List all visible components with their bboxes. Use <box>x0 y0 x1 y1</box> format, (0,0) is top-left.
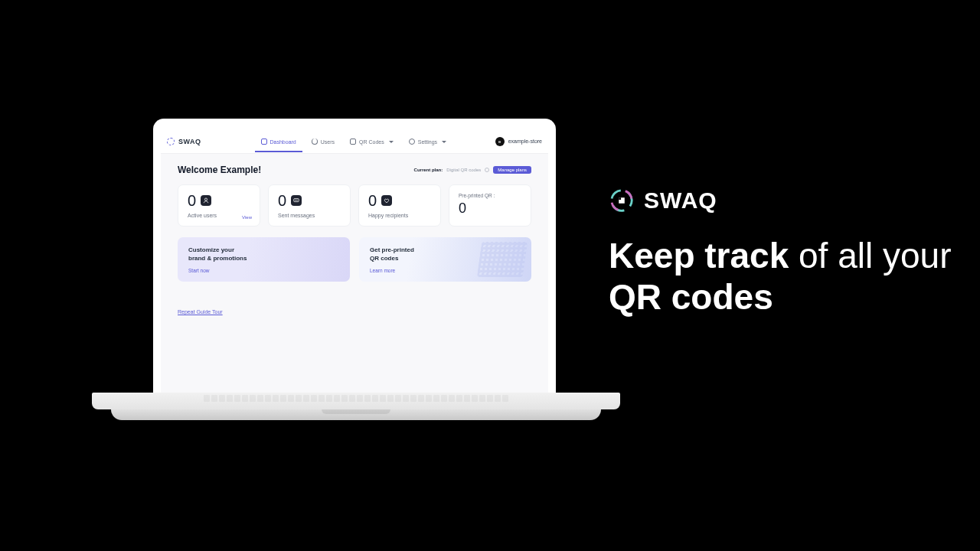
gear-icon <box>409 139 415 145</box>
stat-label: Active users <box>188 213 250 218</box>
main-nav: Dashboard Users QR Codes Settings <box>255 131 453 152</box>
app-screen: SWAQ Dashboard Users QR Codes <box>161 129 548 394</box>
stat-happy-recipients: 0 Happy recipients <box>358 184 441 227</box>
user-chip[interactable]: e example-store <box>495 137 542 146</box>
laptop-base <box>92 393 620 420</box>
nav-qrcodes-label: QR Codes <box>359 139 384 145</box>
stat-sent-messages: 0 Sent messages <box>268 184 351 227</box>
stat-value: 0 <box>368 193 377 208</box>
nav-dashboard-label: Dashboard <box>270 139 296 145</box>
plan-name: Digital QR codes <box>446 168 481 172</box>
stat-value: 0 <box>278 193 286 208</box>
svg-rect-2 <box>619 197 621 200</box>
qr-illustration-icon <box>477 242 528 277</box>
welcome-heading: Welcome Example! <box>178 165 261 175</box>
app-logo[interactable]: SWAQ <box>167 138 201 145</box>
nav-qrcodes[interactable]: QR Codes <box>344 131 400 152</box>
stats-row: 0 Active users View 0 <box>178 184 531 227</box>
store-name: example-store <box>508 139 542 144</box>
swaq-mark-icon <box>609 187 635 214</box>
nav-users-label: Users <box>321 139 335 145</box>
heart-icon <box>381 195 392 206</box>
dashboard-icon <box>261 139 267 145</box>
nav-settings-label: Settings <box>418 139 437 145</box>
qr-icon <box>350 139 356 145</box>
message-icon <box>291 195 302 206</box>
stat-active-users: 0 Active users View <box>178 184 260 227</box>
chevron-down-icon <box>389 141 394 143</box>
users-icon <box>201 195 211 206</box>
topbar: SWAQ Dashboard Users QR Codes <box>161 129 548 154</box>
tagline-bold-1: Keep track <box>609 236 789 276</box>
tagline: Keep track of all your QR codes <box>609 235 980 318</box>
nav-users[interactable]: Users <box>305 131 341 152</box>
promo-cta[interactable]: Start now <box>188 268 209 273</box>
stat-label: Pre-printed QR : <box>459 193 521 198</box>
nav-dashboard[interactable]: Dashboard <box>255 131 302 152</box>
stat-value: 0 <box>459 201 466 216</box>
info-icon[interactable] <box>485 168 489 172</box>
manage-plans-button[interactable]: Manage plans <box>493 166 531 174</box>
repeat-guide-tour-link[interactable]: Repeat Guide Tour <box>178 309 223 315</box>
plan-label: Current plan: <box>414 168 443 172</box>
promo-preprinted[interactable]: Get pre-printed QR codes Learn more <box>359 237 531 282</box>
trackpad-notch <box>322 409 390 414</box>
page-body: Welcome Example! Current plan: Digital Q… <box>161 154 548 394</box>
tagline-bold-2: QR codes <box>609 277 773 317</box>
stat-label: Sent messages <box>278 213 341 218</box>
chevron-down-icon <box>442 141 446 143</box>
laptop-bezel: SWAQ Dashboard Users QR Codes <box>153 119 556 394</box>
avatar: e <box>495 137 505 146</box>
brand-logo-large: SWAQ <box>609 187 980 214</box>
brand-name: SWAQ <box>644 187 717 214</box>
promo-cta[interactable]: Learn more <box>370 268 395 273</box>
view-link[interactable]: View <box>242 215 252 220</box>
keyboard-illustration <box>165 395 547 403</box>
marketing-panel: SWAQ Keep track of all your QR codes <box>609 187 980 318</box>
swaq-mark-icon <box>167 138 175 145</box>
header-row: Welcome Example! Current plan: Digital Q… <box>178 165 531 175</box>
promo-title: Customize your brand & promotions <box>188 246 339 263</box>
stat-preprinted-qr: Pre-printed QR : 0 <box>449 184 531 227</box>
promo-row: Customize your brand & promotions Start … <box>178 237 531 282</box>
nav-settings[interactable]: Settings <box>403 131 452 152</box>
tagline-mid: of all your <box>789 236 951 276</box>
user-icon <box>312 139 318 145</box>
svg-point-3 <box>205 198 207 201</box>
stat-label: Happy recipients <box>368 213 431 218</box>
promo-customize[interactable]: Customize your brand & promotions Start … <box>178 237 350 282</box>
brand-name-small: SWAQ <box>178 138 201 145</box>
stat-value: 0 <box>188 193 196 208</box>
plan-row: Current plan: Digital QR codes Manage pl… <box>414 166 531 174</box>
